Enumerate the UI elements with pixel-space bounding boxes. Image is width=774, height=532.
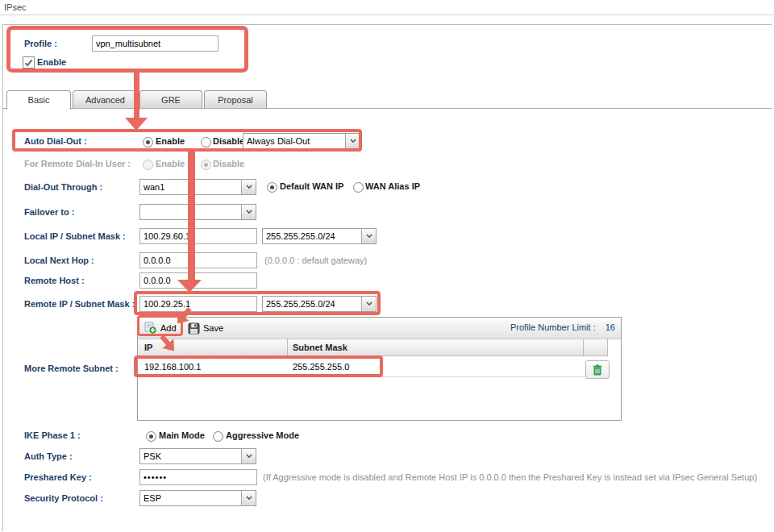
profile-number-limit-value: 16 (605, 322, 615, 332)
profile-label: Profile : (24, 39, 57, 48)
tab-advanced-label: Advanced (85, 95, 125, 105)
remote-dial-in-enable-radio (143, 160, 153, 170)
tab-basic[interactable]: Basic (6, 90, 71, 110)
remote-subnet-mask-value: 255.255.255.0/24 (263, 297, 361, 311)
dial-out-through-value: wan1 (140, 180, 241, 194)
more-remote-subnet-label: More Remote Subnet : (24, 364, 119, 373)
add-button-label: Add (160, 323, 177, 333)
dial-out-through-select[interactable]: wan1 (139, 179, 256, 195)
save-subnet-button[interactable]: Save (185, 320, 227, 336)
add-icon (144, 322, 157, 335)
tab-proposal-label: Proposal (218, 95, 252, 105)
remote-dial-in-enable-label: Enable (156, 159, 185, 168)
chevron-down-icon (345, 134, 360, 148)
aggressive-mode-label: Aggressive Mode (226, 430, 299, 440)
save-icon (188, 322, 200, 335)
auth-type-value: PSK (140, 449, 241, 463)
row-ip-value: 192.168.100.1 (144, 362, 201, 372)
auth-type-label: Auth Type : (24, 451, 73, 461)
enable-label: Enable (37, 57, 66, 67)
profile-number-limit-label: Profile Number Limit : (510, 322, 596, 332)
remote-dial-in-disable-radio (201, 160, 211, 170)
security-protocol-select[interactable]: ESP (139, 490, 256, 506)
default-wan-ip-label: Default WAN IP (280, 181, 343, 191)
column-divider (287, 339, 288, 355)
tab-advanced[interactable]: Advanced (73, 90, 138, 108)
local-subnet-mask-select[interactable]: 255.255.255.0/24 (262, 228, 377, 244)
aggressive-mode-radio[interactable] (213, 431, 223, 442)
local-ip-label: Local IP / Subnet Mask : (24, 231, 126, 241)
failover-to-select[interactable] (139, 204, 256, 220)
local-next-hop-note: (0.0.0.0 : default gateway) (264, 256, 367, 265)
auto-dial-out-enable-label: Enable (156, 136, 185, 146)
auto-dial-out-disable-label: Disable (213, 136, 244, 146)
local-subnet-mask-value: 255.255.255.0/24 (263, 229, 361, 243)
remote-host-input[interactable] (139, 272, 257, 289)
remote-ip-input[interactable] (139, 296, 257, 312)
tab-basic-label: Basic (28, 95, 50, 105)
add-subnet-button[interactable]: Add (141, 320, 180, 336)
profile-name-input[interactable] (92, 35, 218, 52)
auto-dial-out-label: Auto Dial-Out : (24, 136, 87, 146)
column-header-subnet-mask: Subnet Mask (293, 343, 347, 352)
chevron-down-icon (361, 229, 376, 243)
tab-baseline (2, 108, 772, 109)
column-divider (583, 339, 584, 355)
local-next-hop-label: Local Next Hop : (24, 256, 94, 265)
dial-out-mode-select[interactable]: Always Dial-Out (243, 133, 360, 149)
chevron-down-icon (241, 205, 256, 219)
tab-gre[interactable]: GRE (139, 90, 202, 108)
auto-dial-out-disable-radio[interactable] (201, 137, 211, 148)
security-protocol-value: ESP (140, 491, 241, 505)
auto-dial-out-enable-radio[interactable] (143, 137, 153, 148)
wan-alias-ip-radio[interactable] (353, 182, 364, 193)
subnet-table-toolbar: Add Save Profile Number Limit :16 (138, 318, 621, 339)
row-mask-value: 255.255.255.0 (293, 362, 349, 372)
preshared-key-label: Preshared Key : (24, 472, 92, 482)
subnet-table-header: IP Subnet Mask (138, 339, 608, 356)
page-title: IPsec (4, 2, 27, 12)
chevron-down-icon (241, 491, 256, 505)
security-protocol-label: Security Protocol : (24, 493, 103, 503)
dial-out-through-label: Dial-Out Through : (24, 182, 102, 192)
failover-to-value (140, 205, 241, 219)
dial-out-mode-value: Always Dial-Out (243, 134, 345, 148)
main-mode-radio[interactable] (146, 431, 156, 442)
remote-dial-in-label: For Remote Dial-In User : (24, 159, 131, 168)
profile-number-limit: Profile Number Limit :16 (510, 322, 615, 332)
trash-icon (593, 364, 602, 376)
remote-dial-in-disable-label: Disable (213, 159, 244, 168)
auth-type-select[interactable]: PSK (139, 448, 256, 464)
local-ip-input[interactable] (139, 228, 257, 244)
chevron-down-icon (361, 297, 376, 311)
default-wan-ip-radio[interactable] (267, 182, 277, 193)
title-divider (0, 15, 774, 15)
delete-subnet-button[interactable] (585, 360, 610, 379)
save-button-label: Save (203, 323, 223, 333)
tab-gre-label: GRE (161, 95, 181, 105)
tab-proposal[interactable]: Proposal (204, 90, 267, 108)
enable-checkbox[interactable] (23, 56, 35, 69)
main-mode-label: Main Mode (159, 430, 205, 440)
column-header-ip: IP (144, 343, 152, 352)
chevron-down-icon (241, 449, 256, 463)
remote-host-label: Remote Host : (24, 276, 85, 285)
remote-subnet-mask-select[interactable]: 255.255.255.0/24 (262, 296, 377, 312)
preshared-key-input[interactable] (139, 469, 257, 485)
preshared-key-note: (If Aggressive mode is disabled and Remo… (263, 472, 757, 482)
wan-alias-ip-label: WAN Alias IP (365, 181, 420, 191)
subnet-table-row[interactable]: 192.168.100.1 255.255.255.0 (138, 357, 608, 377)
remote-ip-label: Remote IP / Subnet Mask : (24, 299, 135, 309)
local-next-hop-input[interactable] (139, 252, 257, 268)
chevron-down-icon (241, 180, 256, 194)
ike-phase1-label: IKE Phase 1 : (24, 430, 81, 440)
check-icon (24, 59, 33, 67)
remote-subnet-table: Add Save Profile Number Limit :16 IP Sub… (137, 317, 622, 421)
failover-to-label: Failover to : (24, 207, 74, 217)
